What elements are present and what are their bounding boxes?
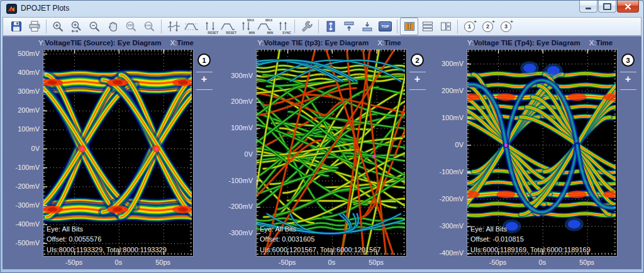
- horizontal-cursors-icon: [184, 20, 199, 33]
- settings-button[interactable]: [297, 18, 316, 35]
- close-button[interactable]: [617, 1, 639, 13]
- save-button[interactable]: [7, 18, 25, 35]
- layout-columns-icon: [403, 20, 416, 33]
- max-label: MAX: [265, 19, 272, 22]
- cursors-min-button[interactable]: MAX MIN: [255, 18, 274, 35]
- top-chip: TOP: [379, 21, 392, 31]
- plot-side-strip: 2 +: [407, 49, 428, 257]
- print-icon: [28, 21, 41, 32]
- zoom-out-icon: [89, 21, 101, 33]
- add-cursor-button[interactable]: +: [201, 74, 207, 84]
- y-axis-labels: 500mV400mV300mV200mV100mV0V-100mV-200mV-…: [18, 49, 43, 257]
- x-tick-label: -50ps: [279, 259, 296, 266]
- eye-diagram-panel-2: Y:Voltage TIE (tp3): Eye DiagramX:Time 3…: [231, 38, 428, 269]
- y-tick-label: 200mV: [18, 106, 40, 114]
- add-plot-3-button[interactable]: 3 +: [497, 18, 515, 35]
- svg-text:SYNC: SYNC: [145, 24, 153, 27]
- eye-diagram-panel-1: Y:VoltageTIE (Source): Eye DiagramX:Time…: [18, 38, 214, 269]
- add-plot-2-button[interactable]: 2 +: [479, 18, 497, 35]
- app-icon: [6, 4, 17, 14]
- y-tick-label: -100mV: [228, 177, 253, 184]
- layout-rows-button[interactable]: [418, 18, 436, 35]
- zoom-100-button[interactable]: 100: [122, 18, 140, 35]
- maximize-button[interactable]: [598, 1, 616, 13]
- close-icon: [625, 3, 631, 10]
- eye-diagram-plot-1[interactable]: Eye: All BitsOffset: 0.0055576UIs:8000:1…: [43, 49, 194, 257]
- fit-vertical-icon: [325, 20, 337, 33]
- window-title: DPOJET Plots: [21, 4, 69, 13]
- x-tick-label: 50ps: [155, 259, 170, 266]
- zoom-out-button[interactable]: [86, 18, 104, 35]
- plus-label: +: [474, 20, 477, 25]
- horizontal-cursors-reset-button[interactable]: RESET: [219, 18, 237, 35]
- y-tick-label: 0V: [245, 150, 253, 158]
- y-tick-label: -300mV: [228, 229, 253, 237]
- y-tick-label: -300mV: [439, 222, 464, 230]
- y-tick-label: -200mV: [15, 182, 40, 190]
- align-top-button[interactable]: [340, 18, 358, 35]
- zoom-sync-button[interactable]: SYNC: [140, 18, 158, 35]
- align-top-icon: [343, 20, 355, 33]
- horizontal-cursors-reset-icon: [221, 21, 235, 31]
- min-label: MIN: [249, 31, 255, 35]
- vertical-cursors-reset-button[interactable]: RESET: [201, 18, 219, 35]
- plot-number-badge[interactable]: 1: [197, 53, 211, 67]
- top-button[interactable]: TOP: [376, 18, 394, 35]
- plot-side-strip: 3 +: [618, 49, 638, 257]
- fit-vertical-button[interactable]: [321, 18, 340, 35]
- x-tick-label: 0s: [539, 259, 547, 266]
- add-plot-1-button[interactable]: 1 +: [460, 18, 479, 35]
- x-axis-labels: -50ps0s50ps: [256, 258, 407, 268]
- y-tick-label: 200mV: [231, 98, 253, 105]
- pan-hand-icon: [107, 21, 119, 33]
- y-tick-label: -100mV: [15, 164, 40, 171]
- sync-label: SYNC: [282, 31, 291, 35]
- pan-button[interactable]: [104, 18, 122, 35]
- max-label: MAX: [247, 19, 254, 22]
- title-bar[interactable]: DPOJET Plots: [1, 1, 643, 17]
- y-tick-label: 400mV: [18, 69, 40, 76]
- x-tick-label: 0s: [115, 259, 123, 266]
- vertical-cursors-icon: [167, 20, 180, 33]
- plot-number-badge[interactable]: 3: [621, 53, 635, 67]
- plot-title: Y:VoltageTIE (Source): Eye DiagramX:Time: [18, 38, 214, 48]
- cursors-min-icon: [257, 21, 272, 31]
- y-axis-labels: 300mV200mV100mV0V-100mV-200mV-300mV-400m…: [441, 49, 467, 257]
- x-axis-labels: -50ps0s50ps: [43, 258, 194, 268]
- add-cursor-button[interactable]: +: [414, 74, 420, 84]
- y-tick-label: 300mV: [441, 60, 464, 67]
- minimize-button[interactable]: [579, 1, 597, 13]
- cursors-sync-icon: [276, 21, 290, 31]
- cursors-sync-button[interactable]: SYNC: [274, 18, 292, 35]
- eye-diagram-plot-2[interactable]: Eye: All BitsOffset: 0.0031605UIs:6000:1…: [256, 49, 407, 257]
- zoom-horizontal-button[interactable]: [67, 18, 86, 35]
- cursors-max-button[interactable]: MAX MIN: [237, 18, 255, 35]
- y-tick-label: 0V: [455, 141, 464, 148]
- add-cursor-button[interactable]: +: [625, 74, 631, 84]
- align-bottom-icon: [361, 20, 374, 33]
- layout-grid-button[interactable]: [436, 18, 455, 35]
- plot-canvas-area: Y:VoltageTIE (Source): Eye DiagramX:Time…: [3, 36, 641, 269]
- x-tick-label: -50ps: [489, 259, 507, 266]
- vertical-cursors-button[interactable]: [164, 18, 182, 35]
- y-tick-label: -300mV: [15, 201, 40, 209]
- zoom-in-icon: [52, 21, 64, 33]
- plot-title: Y:Voltage TIE (tp3): Eye DiagramX:Time: [231, 38, 428, 48]
- eye-diagram-plot-3[interactable]: Eye: All BitsOffset: -0.010815UIs:6000:1…: [467, 49, 618, 257]
- save-icon: [11, 21, 22, 32]
- x-tick-label: -50ps: [65, 259, 83, 266]
- y-tick-label: 300mV: [231, 72, 253, 79]
- align-bottom-button[interactable]: [358, 18, 376, 35]
- reset-label: RESET: [226, 31, 236, 35]
- y-tick-label: -400mV: [439, 249, 464, 257]
- layout-columns-button[interactable]: [400, 18, 418, 35]
- y-tick-label: -400mV: [15, 220, 40, 228]
- plot-title: Y:Voltage TIE (Tp4): Eye DiagramX:Time: [441, 38, 638, 48]
- eye-diagram-panel-3: Y:Voltage TIE (Tp4): Eye DiagramX:Time 3…: [441, 38, 638, 269]
- print-button[interactable]: [25, 18, 43, 35]
- plot-number-badge[interactable]: 2: [411, 53, 424, 67]
- y-tick-label: -500mV: [15, 239, 40, 247]
- horizontal-cursors-button[interactable]: [182, 18, 201, 35]
- zoom-in-button[interactable]: [49, 18, 67, 35]
- y-tick-label: 100mV: [441, 114, 464, 121]
